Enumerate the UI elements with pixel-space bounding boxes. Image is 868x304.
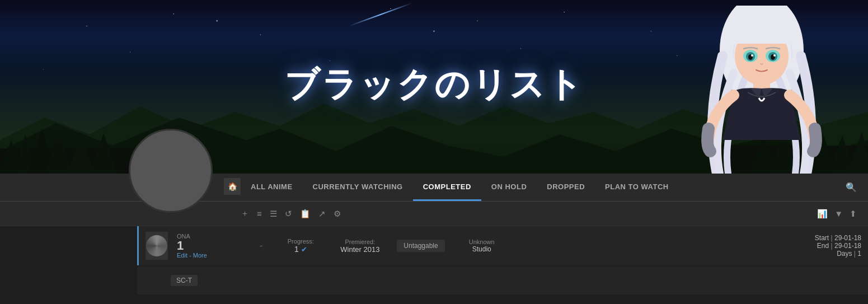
entry-studio: Unknown Studio xyxy=(454,238,510,253)
nav-section: 🏠 ALL ANIME CURRENTLY WATCHING COMPLETED… xyxy=(0,174,868,202)
premiered-label: Premiered: xyxy=(332,238,388,245)
entry-thumbnail xyxy=(146,232,168,260)
premiered-value: Winter 2013 xyxy=(332,245,388,254)
progress-label: Progress: xyxy=(278,238,323,245)
studio-label: Unknown xyxy=(454,238,510,245)
filter-icon[interactable]: ▼ xyxy=(834,209,843,218)
entry-number: 1 xyxy=(177,240,244,252)
table-row-partial: SC-T xyxy=(137,266,868,294)
sort-icon[interactable]: ⬆ xyxy=(850,209,857,219)
entry-premiered: Premiered: Winter 2013 xyxy=(332,238,388,254)
history-icon[interactable]: ↺ xyxy=(285,209,292,219)
tab-completed[interactable]: COMPLETED xyxy=(413,174,481,201)
tab-on-hold[interactable]: ON HOLD xyxy=(481,174,537,201)
progress-value: 1 ✔ xyxy=(278,245,323,254)
end-date: End | 29-01-18 xyxy=(815,242,861,250)
settings-icon[interactable]: ⚙ xyxy=(334,209,341,219)
tab-dropped[interactable]: DROPPED xyxy=(537,174,595,201)
entry-progress: Progress: 1 ✔ xyxy=(278,238,323,254)
svg-point-26 xyxy=(773,54,776,57)
svg-point-25 xyxy=(751,54,753,57)
entry-type-info: ONA 1 Edit - More xyxy=(177,233,244,259)
entry-type-label: ONA xyxy=(177,233,244,240)
tab-currently-watching[interactable]: CURRENTLY WATCHING xyxy=(303,174,413,201)
toolbar: ＋ ≡ ☰ ↺ 📋 ↗ ⚙ 📊 ▼ ⬆ xyxy=(0,202,868,226)
tab-all-anime[interactable]: ALL ANIME xyxy=(241,174,303,201)
entry-dates: Start | 29-01-18 End | 29-01-18 Days | 1 xyxy=(815,234,861,258)
chart-icon[interactable]: 📊 xyxy=(817,209,828,219)
days: Days | 1 xyxy=(815,250,861,258)
banner-title: ブラックのリスト xyxy=(284,61,584,108)
list-view-icon[interactable]: ≡ xyxy=(257,209,262,218)
copy-icon[interactable]: 📋 xyxy=(300,209,311,219)
thumb-image xyxy=(146,235,167,256)
export-icon[interactable]: ↗ xyxy=(318,209,326,219)
edit-link[interactable]: Edit xyxy=(177,252,187,259)
avatar xyxy=(129,129,213,213)
tab-plan-to-watch[interactable]: PLAN TO WATCH xyxy=(595,174,679,201)
content-area: ONA 1 Edit - More - Progress: 1 ✔ Premie… xyxy=(0,226,868,304)
toolbar-left: ＋ ≡ ☰ ↺ 📋 ↗ ⚙ xyxy=(241,208,341,219)
banner: ブラックのリスト xyxy=(0,0,868,174)
compact-view-icon[interactable]: ☰ xyxy=(270,209,277,219)
nav-tabs: ALL ANIME CURRENTLY WATCHING COMPLETED O… xyxy=(241,174,679,201)
table-row: ONA 1 Edit - More - Progress: 1 ✔ Premie… xyxy=(137,226,868,265)
entry-tag[interactable]: Untaggable xyxy=(397,240,444,252)
entry-actions: Edit - More xyxy=(177,252,244,259)
more-link[interactable]: More xyxy=(193,252,207,259)
studio-value: Studio xyxy=(454,245,510,253)
add-icon[interactable]: ＋ xyxy=(241,208,249,219)
search-icon[interactable]: 🔍 xyxy=(846,182,857,193)
banner-character xyxy=(689,6,834,174)
separator: - xyxy=(189,252,193,259)
entry-dash: - xyxy=(253,241,269,251)
start-date: Start | 29-01-18 xyxy=(815,234,861,242)
second-entry-tag[interactable]: SC-T xyxy=(171,275,198,286)
toolbar-right: 📊 ▼ ⬆ xyxy=(817,209,857,219)
home-icon-button[interactable]: 🏠 xyxy=(224,178,241,195)
check-icon: ✔ xyxy=(301,245,307,254)
